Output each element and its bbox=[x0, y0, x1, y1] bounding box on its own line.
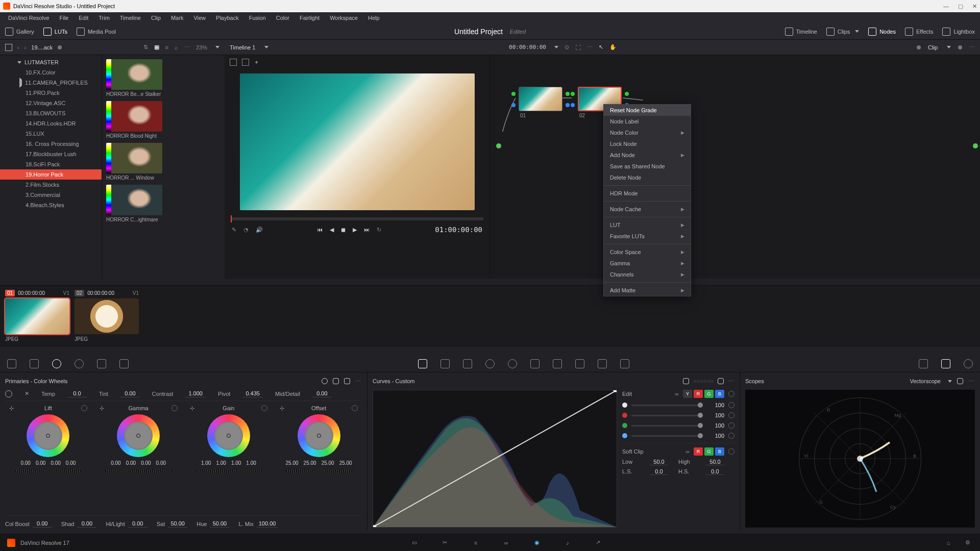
wheel-value[interactable]: 1.00 bbox=[231, 460, 241, 466]
wheel-reset-icon[interactable] bbox=[261, 405, 267, 411]
menu-trim[interactable]: Trim bbox=[93, 15, 115, 21]
node-mode[interactable]: Clip bbox=[928, 44, 938, 51]
ctx-gamma[interactable]: Gamma▶ bbox=[604, 258, 691, 269]
wheel-value[interactable]: 0.00 bbox=[20, 460, 30, 466]
middetail-value[interactable]: 0.00 bbox=[312, 390, 332, 397]
link-icon[interactable]: ∞ bbox=[675, 391, 679, 397]
stop-icon[interactable]: ◼ bbox=[341, 227, 346, 233]
temp-value[interactable]: 0.0 bbox=[67, 390, 87, 397]
awb-icon[interactable] bbox=[5, 390, 12, 397]
viewer-image[interactable] bbox=[240, 73, 475, 210]
window-maximize[interactable]: ▢ bbox=[958, 3, 963, 10]
primaries-options-icon[interactable]: ⋯ bbox=[355, 378, 362, 385]
curves-reset-icon[interactable] bbox=[683, 378, 689, 384]
viewer-more-icon[interactable]: ⋯ bbox=[587, 44, 593, 51]
lut-folder[interactable]: 12.Vintage.ASC bbox=[0, 98, 102, 108]
ctx-save-as-shared-node[interactable]: Save as Shared Node bbox=[604, 161, 691, 172]
ctx-node-color[interactable]: Node Color▶ bbox=[604, 127, 691, 138]
clip-item[interactable]: 0200:00:00:00V1JPEG bbox=[75, 290, 139, 342]
wheel-value[interactable]: 1.00 bbox=[201, 460, 211, 466]
primaries-mode-bars-icon[interactable] bbox=[333, 378, 339, 384]
pal-blur-icon[interactable] bbox=[553, 359, 562, 368]
edit-g-button[interactable]: G bbox=[704, 390, 714, 398]
viewer-timecode[interactable]: 00:00:00:00 bbox=[509, 44, 546, 51]
pal-curves-icon[interactable] bbox=[418, 359, 427, 368]
ttb-luts[interactable]: LUTs bbox=[43, 28, 67, 36]
lut-folder[interactable]: 4.Bleach.Styles bbox=[0, 200, 102, 210]
node-01[interactable]: 01 bbox=[519, 87, 562, 118]
play-reverse-icon[interactable]: ◀ bbox=[330, 227, 334, 233]
wheel-value[interactable]: 0.00 bbox=[51, 460, 60, 466]
softclip-link-icon[interactable]: ∞ bbox=[685, 448, 690, 455]
page-deliver-icon[interactable]: ↗ bbox=[593, 538, 603, 548]
edit-r-button[interactable]: R bbox=[694, 390, 703, 398]
more-icon[interactable]: ⋯ bbox=[184, 44, 190, 51]
go-start-icon[interactable]: ⏮ bbox=[317, 227, 323, 233]
node-more-icon[interactable]: ⋯ bbox=[969, 44, 975, 51]
lut-breadcrumb[interactable]: 19....ack bbox=[31, 44, 53, 51]
sc-high[interactable]: 50.0 bbox=[706, 459, 724, 465]
menu-davinci-resolve[interactable]: DaVinci Resolve bbox=[3, 15, 55, 21]
pal-motion-icon[interactable] bbox=[119, 359, 129, 368]
scopes-mode[interactable]: Vectorscope bbox=[910, 378, 941, 384]
lut-thumbnail[interactable]: HORROR Be...e Stalker bbox=[106, 59, 220, 97]
panel-menu-icon[interactable] bbox=[5, 44, 12, 51]
menu-file[interactable]: File bbox=[55, 15, 74, 21]
search-icon[interactable]: ⌕ bbox=[175, 44, 178, 51]
menu-mark[interactable]: Mark bbox=[166, 15, 188, 21]
master-wheel[interactable] bbox=[195, 469, 262, 473]
wheel-reset-icon[interactable] bbox=[81, 405, 87, 411]
edit-y-button[interactable]: Y bbox=[683, 390, 692, 398]
page-fusion-icon[interactable]: ∞ bbox=[501, 538, 511, 548]
viewer-scrubber[interactable] bbox=[231, 217, 483, 220]
zoom-level[interactable]: 23% bbox=[196, 44, 207, 51]
ctx-color-space[interactable]: Color Space▶ bbox=[604, 246, 691, 258]
pal-rgb-mixer-icon[interactable] bbox=[97, 359, 106, 368]
color-wheel[interactable] bbox=[207, 414, 250, 457]
node-editor[interactable]: 01 02 Reset Node GradeNode LabelNode Col… bbox=[490, 55, 980, 279]
wheel-mode-icon[interactable]: ⊹ bbox=[100, 405, 106, 411]
pal-primaries-icon[interactable] bbox=[52, 359, 61, 368]
timeline-dropdown-icon[interactable] bbox=[264, 46, 268, 48]
hilight-value[interactable]: 0.00 bbox=[128, 520, 148, 528]
ctx-channels[interactable]: Channels▶ bbox=[604, 269, 691, 280]
lut-folder[interactable]: 19.Horror Pack bbox=[0, 169, 102, 180]
menu-help[interactable]: Help bbox=[363, 15, 385, 21]
sc-ls[interactable]: 0.0 bbox=[650, 468, 668, 475]
curve-intensity-slider[interactable]: 100 bbox=[622, 412, 734, 418]
edit-reset-icon[interactable] bbox=[728, 391, 734, 397]
curve-intensity-slider[interactable]: 100 bbox=[622, 422, 734, 429]
menu-playback[interactable]: Playback bbox=[211, 15, 244, 21]
ctx-node-cache[interactable]: Node Cache▶ bbox=[604, 204, 691, 215]
wheel-value[interactable]: 0.00 bbox=[141, 460, 151, 466]
pal-info-icon[interactable] bbox=[964, 359, 973, 368]
wheel-mode-icon[interactable]: ⊹ bbox=[190, 405, 196, 411]
edit-b-button[interactable]: B bbox=[715, 390, 724, 398]
curve-intensity-slider[interactable]: 100 bbox=[622, 433, 734, 439]
ttb-clips[interactable]: Clips bbox=[826, 28, 859, 36]
wheel-value[interactable]: 0.00 bbox=[126, 460, 136, 466]
sort-icon[interactable]: ⇅ bbox=[143, 44, 148, 51]
lut-folder[interactable]: 14.HDR.Looks.HDR bbox=[0, 118, 102, 129]
primaries-mode-wheel-icon[interactable] bbox=[322, 378, 328, 384]
pal-window-icon[interactable] bbox=[485, 359, 495, 368]
sc-g-button[interactable]: G bbox=[704, 447, 714, 456]
slider-reset-icon[interactable] bbox=[728, 433, 734, 439]
ctx-delete-node[interactable]: Delete Node bbox=[604, 172, 691, 183]
pointer-tool-icon[interactable]: ↖ bbox=[599, 44, 603, 51]
curve-intensity-slider[interactable]: 100 bbox=[622, 402, 734, 408]
ttb-effects[interactable]: Effects bbox=[905, 28, 933, 36]
lut-folder[interactable]: 18.SciFi Pack bbox=[0, 159, 102, 169]
wheel-value[interactable]: 1.00 bbox=[216, 460, 226, 466]
ctx-lut[interactable]: LUT▶ bbox=[604, 219, 691, 231]
lut-thumbnail[interactable]: HORROR Blood Night bbox=[106, 101, 220, 139]
vectorscope-canvas[interactable]: R Mg B Yl G Cy bbox=[745, 390, 975, 528]
page-media-icon[interactable]: ▭ bbox=[409, 538, 420, 548]
mute-icon[interactable]: 🔊 bbox=[256, 227, 263, 233]
page-color-icon[interactable]: ◉ bbox=[532, 538, 542, 548]
menu-fairlight[interactable]: Fairlight bbox=[295, 15, 325, 21]
lut-thumbnail[interactable]: HORROR C...ightmare bbox=[106, 185, 220, 222]
primaries-mode-log-icon[interactable] bbox=[344, 378, 350, 384]
page-fairlight-icon[interactable]: ♪ bbox=[562, 538, 573, 548]
tint-value[interactable]: 0.00 bbox=[120, 390, 140, 397]
